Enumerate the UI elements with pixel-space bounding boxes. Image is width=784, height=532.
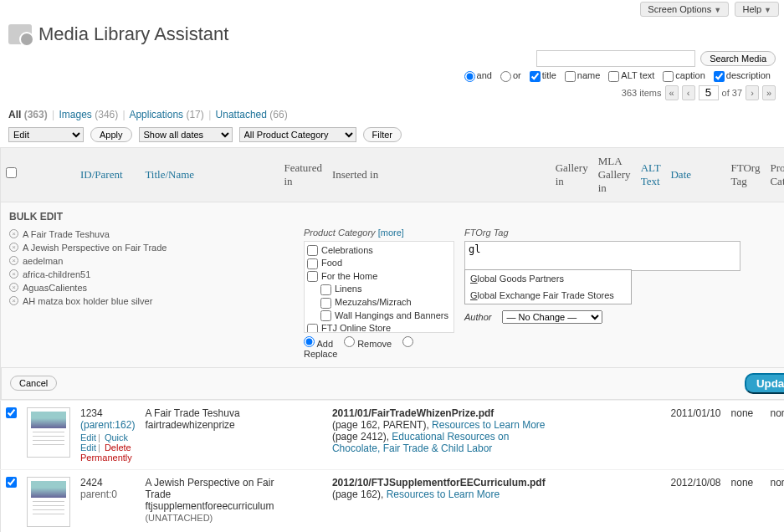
bulk-remove-icon[interactable]: ×: [9, 269, 18, 279]
bulk-item-list: ×A Fair Trade Teshuva ×A Jewish Perspect…: [9, 228, 294, 335]
ftorg-tag-label: FTOrg Tag: [464, 228, 784, 238]
autocomplete-option[interactable]: Global Goods Partners: [465, 270, 631, 287]
col-prodcat: Product Category: [765, 147, 784, 202]
autocomplete-option[interactable]: Global Exchange Fair Trade Stores: [465, 287, 631, 304]
filter-button[interactable]: Filter: [363, 127, 402, 142]
row-prodcat: none: [765, 400, 784, 469]
cat-checkbox[interactable]: [320, 310, 331, 321]
row-title: A Fair Trade Teshuva: [145, 407, 239, 419]
col-featured: Featured in: [279, 147, 326, 202]
col-date[interactable]: Date: [665, 147, 725, 202]
category-tree[interactable]: Celebrations Food For the Home Linens Me…: [304, 241, 454, 333]
select-all-checkbox[interactable]: [6, 167, 17, 178]
pager-page-input[interactable]: [699, 85, 719, 100]
view-switcher: All (363) | Images (346) | Applications …: [0, 105, 784, 124]
inserted-page: (page 2412),: [332, 431, 389, 442]
bulk-remove-icon[interactable]: ×: [9, 243, 18, 252]
cat-add-radio[interactable]: [304, 336, 315, 347]
col-alt[interactable]: ALT Text: [636, 147, 666, 202]
bulk-remove-icon[interactable]: ×: [9, 256, 18, 265]
view-unattached[interactable]: Unattached (66): [216, 109, 288, 120]
bulk-edit-heading: BULK EDIT: [9, 211, 784, 223]
pager-prev[interactable]: ‹: [682, 85, 695, 100]
col-id[interactable]: ID/Parent: [75, 147, 140, 202]
and-radio-label[interactable]: and: [464, 70, 492, 82]
bulk-remove-icon[interactable]: ×: [9, 229, 18, 238]
view-all[interactable]: All (363): [8, 109, 48, 120]
cat-checkbox[interactable]: [307, 324, 318, 333]
view-images[interactable]: Images (346): [59, 109, 119, 120]
date-filter-select[interactable]: Show all dates: [139, 127, 233, 142]
apply-button[interactable]: Apply: [90, 127, 132, 142]
col-mla: MLA Gallery in: [593, 147, 636, 202]
inserted-file: 2011/01/FairTradeWhizenPrize.pdf: [332, 407, 494, 419]
col-title[interactable]: Title/Name: [140, 147, 279, 202]
cat-checkbox[interactable]: [307, 271, 318, 282]
col-gallery: Gallery in: [551, 147, 593, 202]
caption-checkbox[interactable]: [663, 71, 674, 82]
view-applications[interactable]: Applications (17): [129, 109, 203, 120]
row-ftorg: none: [726, 400, 766, 469]
page-title: Media Library Assistant: [38, 23, 228, 45]
cancel-button[interactable]: Cancel: [10, 376, 57, 391]
alt-cb-label[interactable]: ALT text: [608, 70, 654, 82]
inserted-page: (page 162, PARENT),: [332, 419, 429, 431]
row-name: fairtradewhizenprize: [145, 419, 234, 431]
row-name: ftjsupplementforeecurriculum: [145, 500, 274, 512]
or-radio[interactable]: [500, 71, 511, 82]
bulk-action-select[interactable]: Edit: [8, 127, 84, 142]
thumbnail-doc-icon[interactable]: [27, 407, 70, 458]
name-checkbox[interactable]: [565, 71, 576, 82]
description-checkbox[interactable]: [714, 71, 725, 82]
name-cb-label[interactable]: name: [565, 70, 601, 82]
pager-last[interactable]: »: [762, 85, 776, 100]
pager-first[interactable]: «: [665, 85, 679, 100]
bulk-remove-icon[interactable]: ×: [9, 296, 18, 305]
title-cb-label[interactable]: title: [530, 70, 556, 82]
row-date: 2012/10/08: [665, 469, 725, 532]
or-radio-label[interactable]: or: [500, 70, 521, 82]
category-filter-select[interactable]: All Product Category: [239, 127, 356, 142]
cat-replace-radio[interactable]: [402, 336, 413, 347]
media-library-icon: [8, 24, 32, 44]
help-tab[interactable]: Help▼: [735, 2, 779, 17]
parent-link[interactable]: (parent:162): [80, 419, 135, 431]
thumbnail-doc-icon[interactable]: [27, 477, 70, 527]
update-button[interactable]: Update: [745, 373, 784, 394]
cat-checkbox[interactable]: [320, 298, 331, 309]
ftorg-tag-input[interactable]: gl: [464, 241, 740, 271]
search-input[interactable]: [536, 50, 695, 67]
alt-checkbox[interactable]: [608, 71, 619, 82]
inserted-file: 2012/10/FTJSupplementforEECurriculum.pdf: [332, 477, 546, 489]
caption-cb-label[interactable]: caption: [663, 70, 705, 82]
cat-remove-radio[interactable]: [344, 336, 355, 347]
row-checkbox[interactable]: [6, 407, 17, 418]
items-count: 363 items: [622, 88, 662, 98]
desc-cb-label[interactable]: description: [714, 70, 771, 82]
row-title: A Jewish Perspective on Fair Trade: [145, 477, 274, 500]
screen-options-tab[interactable]: Screen Options▼: [640, 2, 729, 17]
row-ftorg: none: [726, 469, 766, 532]
title-checkbox[interactable]: [530, 71, 541, 82]
col-ftorg: FTOrg Tag: [726, 147, 766, 202]
pager-of-pages: of 37: [722, 88, 742, 98]
inserted-page: (page 162),: [332, 489, 383, 500]
inserted-link[interactable]: Resources to Learn More: [387, 489, 500, 500]
cat-checkbox[interactable]: [307, 258, 318, 269]
author-label: Author: [464, 312, 491, 322]
bulk-remove-icon[interactable]: ×: [9, 283, 18, 292]
and-radio[interactable]: [464, 71, 475, 82]
parent-text: parent:0: [80, 489, 117, 500]
row-checkbox[interactable]: [6, 477, 17, 488]
table-row: 1234 (parent:162) Edit| Quick Edit| Dele…: [1, 400, 785, 469]
row-prodcat: none: [765, 469, 784, 532]
inserted-link[interactable]: Resources to Learn More: [432, 419, 545, 431]
cat-checkbox[interactable]: [320, 284, 331, 295]
pager-next[interactable]: ›: [746, 85, 759, 100]
cat-more-link[interactable]: [more]: [378, 228, 404, 238]
author-select[interactable]: — No Change —: [502, 310, 602, 324]
cat-checkbox[interactable]: [307, 245, 318, 256]
table-row: 2424 parent:0 A Jewish Perspective on Fa…: [1, 469, 785, 532]
search-media-button[interactable]: Search Media: [700, 51, 776, 66]
edit-link[interactable]: Edit: [80, 432, 96, 442]
